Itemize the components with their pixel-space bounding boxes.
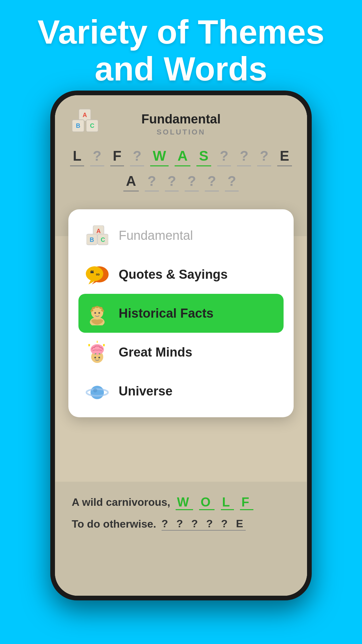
svg-point-16 — [96, 306, 99, 308]
game-bottom-area: A wild carnivorous, W O L F To do otherw… — [55, 482, 307, 596]
clue-line-1: A wild carnivorous, W O L F — [72, 495, 290, 509]
svg-point-36 — [104, 386, 105, 387]
phone-frame: A B C Fundamental SOLUTION L ? F ? W A S… — [50, 91, 312, 600]
letter-q3: ? — [217, 147, 231, 166]
svg-point-28 — [95, 357, 96, 359]
menu-item-historical[interactable]: Historical Facts — [78, 294, 284, 333]
letter-q4: ? — [237, 147, 251, 166]
letter-q5: ? — [257, 147, 271, 166]
historical-icon — [85, 301, 109, 325]
svg-point-19 — [95, 312, 96, 314]
letter-q10: ? — [225, 172, 239, 192]
letter-q7: ? — [165, 172, 179, 192]
answer-1: W O L F — [176, 495, 253, 509]
svg-text:❝: ❝ — [90, 269, 94, 278]
clue-text-2: To do otherwise. — [72, 518, 156, 530]
title-line2: and Words — [95, 50, 267, 88]
svg-point-29 — [99, 357, 100, 359]
svg-point-8 — [86, 266, 103, 281]
letter-W: W — [150, 147, 169, 166]
answer-2: ? ? ? ? ? E — [162, 518, 246, 531]
fundamental-icon: A B C — [85, 223, 109, 248]
svg-text:C: C — [101, 236, 105, 243]
letter-A2: A — [123, 172, 139, 192]
universe-label: Universe — [119, 384, 173, 398]
theme-menu: A B C Fundamental — [68, 209, 294, 417]
block-b: B — [72, 119, 84, 132]
letter-L: L — [70, 147, 84, 166]
letter-F: F — [110, 147, 124, 166]
letter-E: E — [277, 147, 292, 166]
svg-point-33 — [88, 384, 90, 385]
quotes-icon: ❝ ∞ — [85, 262, 109, 286]
letter-q6: ? — [145, 172, 159, 192]
menu-item-universe[interactable]: Universe — [78, 372, 284, 411]
svg-point-35 — [107, 388, 108, 389]
brain-icon — [85, 340, 109, 364]
svg-point-30 — [90, 386, 104, 399]
svg-text:B: B — [89, 236, 94, 243]
letter-S: S — [196, 147, 211, 166]
planet-icon — [85, 379, 109, 403]
letter-q8: ? — [185, 172, 199, 192]
title-line1: Variety of Themes — [38, 13, 324, 51]
letter-q2: ? — [130, 147, 144, 166]
svg-text:A: A — [96, 228, 101, 234]
svg-point-34 — [105, 382, 106, 384]
word-row-2: A ? ? ? ? ? — [123, 172, 239, 192]
game-subtitle: SOLUTION — [157, 128, 205, 137]
page-title: Variety of Themes and Words — [0, 13, 362, 87]
letter-q1: ? — [90, 147, 104, 166]
block-c: C — [86, 119, 99, 132]
app-logo: A B C — [72, 109, 99, 132]
great-minds-label: Great Minds — [119, 345, 192, 360]
letter-q9: ? — [205, 172, 219, 192]
clue-text-1: A wild carnivorous, — [72, 496, 170, 508]
word-row-1: L ? F ? W A S ? ? ? E — [70, 147, 292, 166]
phone-screen: A B C Fundamental SOLUTION L ? F ? W A S… — [55, 95, 307, 596]
fundamental-label: Fundamental — [119, 228, 193, 243]
quotes-label: Quotes & Sayings — [119, 267, 228, 282]
menu-item-fundamental[interactable]: A B C Fundamental — [78, 216, 284, 255]
clue-line-2: To do otherwise. ? ? ? ? ? E — [72, 518, 290, 531]
svg-point-32 — [93, 388, 97, 392]
svg-text:∞: ∞ — [96, 271, 100, 277]
letter-A: A — [175, 147, 190, 166]
historical-label: Historical Facts — [119, 306, 214, 321]
menu-item-quotes[interactable]: ❝ ∞ Quotes & Sayings — [78, 255, 284, 294]
svg-point-20 — [99, 312, 100, 314]
game-title: Fundamental — [141, 112, 221, 126]
menu-item-great-minds[interactable]: Great Minds — [78, 333, 284, 372]
